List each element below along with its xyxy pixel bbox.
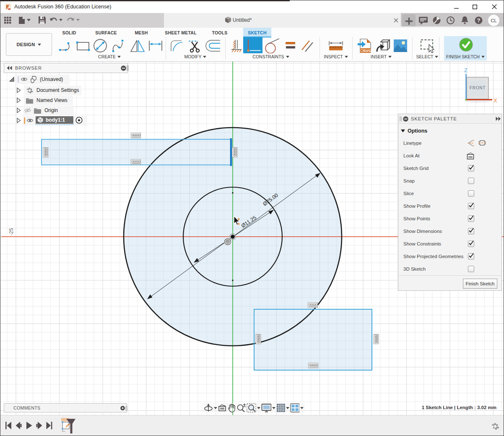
redo-dropdown-icon[interactable] <box>76 19 80 21</box>
group-label-finish-sketch[interactable]: FINISH SKETCH <box>444 53 487 60</box>
browser-collapse-icon[interactable] <box>7 66 12 70</box>
timeline-settings-gear-icon[interactable] <box>491 422 499 431</box>
body-visibility-eye-icon[interactable] <box>27 118 33 123</box>
fix-constraint-button[interactable] <box>229 37 245 54</box>
tab-close-icon[interactable] <box>394 18 398 23</box>
timeline-position-marker[interactable] <box>65 419 76 433</box>
viewports-dropdown-icon[interactable] <box>300 407 304 409</box>
comments-icon[interactable] <box>419 17 428 25</box>
origin-point[interactable] <box>231 235 234 238</box>
insert-svg-button[interactable]: SVG <box>356 37 373 54</box>
close-button[interactable] <box>485 0 504 13</box>
palette-row-checkbox[interactable] <box>468 216 474 222</box>
browser-item-document-settings[interactable]: Document Settings <box>4 86 128 95</box>
trim-tool-button[interactable] <box>186 37 203 54</box>
app-grid-icon[interactable] <box>4 17 11 24</box>
job-status-icon[interactable] <box>433 16 441 24</box>
insert-mesh-button[interactable] <box>374 37 391 54</box>
constraint-badge[interactable] <box>309 363 318 368</box>
root-expand-icon[interactable] <box>9 77 14 82</box>
tab-sheet-metal[interactable]: SHEET METAL <box>162 28 199 37</box>
parallel-constraint-button[interactable] <box>298 37 315 54</box>
root-visibility-eye-icon[interactable] <box>21 77 27 82</box>
spline-tool-button[interactable] <box>110 37 127 54</box>
expand-arrow-icon[interactable] <box>16 107 21 113</box>
browser-minus-icon[interactable] <box>121 65 126 71</box>
comments-drag-handle[interactable] <box>125 405 128 411</box>
palette-row-checkbox[interactable] <box>468 203 474 209</box>
workspace-selector[interactable]: DESIGN <box>6 33 52 56</box>
display-settings-dropdown-icon[interactable] <box>272 407 275 409</box>
centerline-linetype-icon[interactable] <box>478 140 486 146</box>
offset-tool-button[interactable] <box>205 37 221 54</box>
timeline-play-icon[interactable] <box>26 421 33 430</box>
browser-item-label[interactable]: Named Views <box>36 97 68 103</box>
expand-arrow-icon[interactable] <box>16 117 21 123</box>
group-label-insert[interactable]: INSERT <box>360 53 402 60</box>
display-settings-icon[interactable] <box>261 403 271 413</box>
timeline-go-to-end-icon[interactable] <box>46 421 53 430</box>
visibility-off-eye-icon[interactable] <box>24 108 31 113</box>
constraint-badge[interactable] <box>232 148 237 157</box>
group-label-inspect[interactable]: INSPECT <box>315 53 357 60</box>
tangent-constraint-button[interactable] <box>264 37 281 54</box>
browser-item-label[interactable]: Document Settings <box>36 87 79 93</box>
group-label-create[interactable]: CREATE <box>88 53 130 60</box>
grid-settings-dropdown-icon[interactable] <box>286 407 289 409</box>
browser-item-label[interactable]: (Unsaved) <box>40 76 63 82</box>
palette-row-checkbox[interactable] <box>468 165 474 172</box>
browser-item-label[interactable]: Origin <box>44 107 58 113</box>
browser-item-body[interactable]: body1:1 <box>4 116 128 125</box>
sketch-palette-header[interactable]: SKETCH PALETTE <box>398 114 501 124</box>
select-tool-button[interactable] <box>419 37 436 54</box>
grid-settings-icon[interactable] <box>276 403 285 413</box>
zoom-icon[interactable] <box>236 403 246 413</box>
look-at-icon[interactable] <box>467 151 474 159</box>
palette-row-checkbox[interactable] <box>468 191 474 197</box>
zoom-window-icon[interactable] <box>247 403 256 413</box>
palette-row-checkbox[interactable] <box>468 228 474 235</box>
browser-item-label[interactable]: body1:1 <box>46 117 65 123</box>
browser-item-named-views[interactable]: Named Views <box>4 96 128 105</box>
fillet-tool-button[interactable] <box>169 37 186 54</box>
constraint-badge[interactable] <box>43 148 48 157</box>
comments-add-icon[interactable] <box>120 406 125 410</box>
constraint-badge[interactable] <box>256 334 261 344</box>
browser-item-root[interactable]: (Unsaved) <box>4 75 128 84</box>
viewports-icon[interactable] <box>290 403 299 413</box>
avatar[interactable]: CL <box>488 15 499 26</box>
file-icon[interactable] <box>18 16 25 24</box>
palette-row-checkbox[interactable] <box>468 241 474 247</box>
document-tab[interactable]: Untitled* <box>164 13 401 28</box>
browser-drag-handle[interactable] <box>127 65 129 71</box>
recent-clock-icon[interactable] <box>447 16 455 24</box>
new-tab-plus-icon[interactable] <box>405 18 413 25</box>
browser-header[interactable]: BROWSER <box>4 63 128 73</box>
help-icon[interactable]: ? <box>475 16 483 24</box>
group-label-select[interactable]: SELECT <box>406 53 448 60</box>
tab-mesh[interactable]: MESH <box>129 28 154 37</box>
concentric-badge-icon[interactable] <box>224 238 231 245</box>
palette-options-section[interactable]: Options <box>401 128 427 134</box>
maximize-button[interactable] <box>465 0 484 13</box>
orbit-icon[interactable] <box>204 403 213 413</box>
notifications-bell-icon[interactable] <box>461 16 468 24</box>
palette-collapse-icon[interactable] <box>496 117 501 121</box>
palette-row-checkbox[interactable] <box>468 178 474 184</box>
constraint-badge[interactable] <box>308 303 318 308</box>
ground-target-icon[interactable] <box>75 117 83 124</box>
comments-bar[interactable]: COMMENTS <box>4 403 127 413</box>
undo-icon[interactable] <box>49 17 57 23</box>
measure-tool-button[interactable] <box>327 37 344 54</box>
undo-dropdown-icon[interactable] <box>59 19 63 21</box>
save-icon[interactable] <box>39 16 46 23</box>
timeline-step-forward-icon[interactable] <box>36 421 43 430</box>
look-at-nav-icon[interactable] <box>218 404 226 412</box>
construction-linetype-icon[interactable] <box>467 140 474 146</box>
constraint-badge[interactable] <box>374 334 379 344</box>
insert-canvas-button[interactable] <box>392 37 409 54</box>
group-label-constraints[interactable]: CONSTRAINTS <box>250 53 292 60</box>
file-dropdown-icon[interactable] <box>27 19 31 22</box>
mirror-tool-button[interactable] <box>130 37 146 54</box>
minimize-button[interactable] <box>447 0 465 13</box>
